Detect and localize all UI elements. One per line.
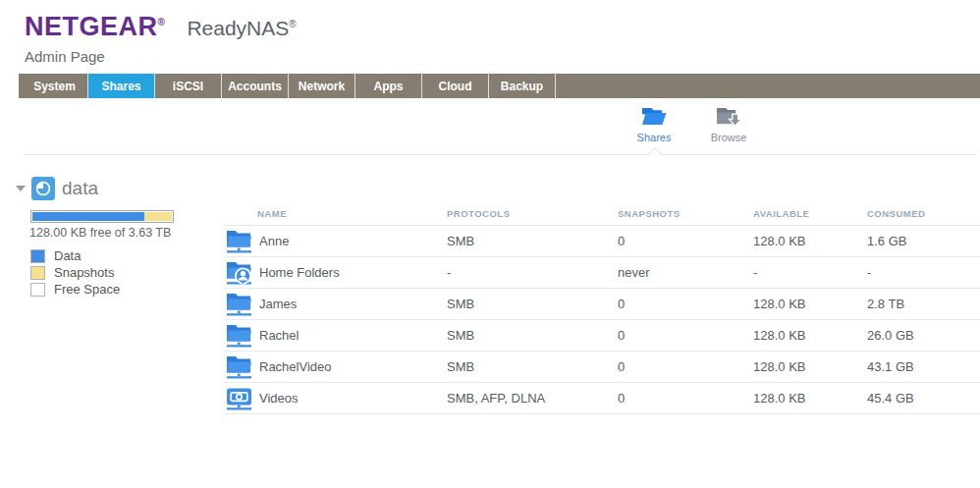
share-snapshots: never [618, 265, 753, 280]
table-row[interactable]: Rachel SMB 0 128.0 KB 26.0 GB [224, 320, 980, 352]
volume-pie-icon [31, 177, 55, 200]
share-snapshots: 0 [618, 328, 753, 343]
table-row[interactable]: Anne SMB 0 128.0 KB 1.6 GB [224, 226, 980, 257]
share-available: 128.0 KB [753, 359, 867, 374]
shares-folder-icon [641, 105, 668, 128]
share-snapshots: 0 [618, 391, 753, 406]
share-available: - [753, 265, 867, 280]
table-row[interactable]: Videos SMB, AFP, DLNA 0 128.0 KB 45.4 GB [224, 383, 980, 414]
view-label: Browse [711, 132, 747, 143]
bar-snapshots-segment [144, 212, 172, 221]
table-row[interactable]: Home Folders - never - - [224, 257, 980, 289]
share-name: RachelVideo [259, 359, 331, 374]
bar-data-segment [32, 212, 144, 221]
legend-label: Snapshots [54, 265, 114, 280]
legend-swatch [30, 283, 45, 297]
view-label: Shares [637, 132, 672, 143]
share-protocols: SMB [447, 328, 618, 343]
video-share-icon [226, 386, 252, 410]
tab-shares[interactable]: Shares [88, 74, 155, 98]
volume-usage-caption: 128.00 KB free of 3.63 TB [29, 226, 217, 240]
volume-usage-bar [30, 210, 174, 223]
share-consumed: 2.8 TB [867, 297, 980, 311]
table-header-row: NAME PROTOCOLS SNAPSHOTS AVAILABLE CONSU… [224, 201, 980, 226]
share-consumed: 1.6 GB [867, 234, 980, 248]
table-row[interactable]: RachelVideo SMB 0 128.0 KB 43.1 GB [224, 352, 980, 383]
readynas-admin-page: NETGEAR® ReadyNAS® Admin Page System Sha… [0, 0, 980, 488]
share-name: Rachel [259, 328, 299, 343]
volume-header[interactable]: data [16, 177, 217, 200]
tab-apps[interactable]: Apps [355, 74, 422, 98]
netgear-logo: NETGEAR® [25, 12, 165, 42]
shares-table: NAME PROTOCOLS SNAPSHOTS AVAILABLE CONSU… [224, 201, 980, 414]
share-folder-icon [226, 323, 252, 348]
column-header-consumed: CONSUMED [867, 208, 980, 219]
tab-backup[interactable]: Backup [489, 74, 556, 98]
registered-mark: ® [158, 17, 166, 27]
share-name: James [259, 297, 297, 311]
share-protocols: SMB [447, 297, 618, 311]
page-title: Admin Page [25, 48, 105, 65]
share-name: Anne [259, 234, 289, 248]
view-item-shares[interactable]: Shares [617, 105, 691, 143]
registered-mark: ® [289, 19, 296, 29]
column-header-protocols: PROTOCOLS [447, 208, 618, 219]
share-protocols: SMB [447, 359, 618, 374]
share-available: 128.0 KB [753, 328, 867, 343]
main-tab-bar: System Shares iSCSI Accounts Network App… [19, 74, 980, 98]
share-folder-icon [226, 354, 252, 379]
share-protocols: SMB, AFP, DLNA [447, 391, 618, 406]
view-item-browse[interactable]: Browse [691, 105, 766, 143]
share-name: Home Folders [259, 265, 340, 280]
volume-legend: Data Snapshots Free Space [30, 248, 217, 297]
tab-iscsi[interactable]: iSCSI [155, 74, 222, 98]
column-header-name: NAME [224, 208, 447, 219]
tab-network[interactable]: Network [289, 74, 355, 98]
brand-header: NETGEAR® ReadyNAS® [25, 12, 297, 42]
legend-item-snapshots: Snapshots [30, 265, 217, 280]
tab-system[interactable]: System [22, 74, 88, 98]
share-snapshots: 0 [618, 234, 753, 248]
volume-name: data [62, 178, 98, 199]
column-header-available: AVAILABLE [753, 208, 867, 219]
share-snapshots: 0 [618, 297, 753, 311]
share-consumed: 26.0 GB [867, 328, 980, 343]
section-divider [25, 154, 977, 155]
share-folder-icon [226, 292, 252, 316]
share-consumed: 45.4 GB [867, 391, 980, 406]
legend-item-free-space: Free Space [30, 282, 217, 297]
home-folder-icon [226, 260, 252, 285]
share-consumed: 43.1 GB [867, 359, 980, 374]
share-folder-icon [226, 229, 252, 253]
share-protocols: - [447, 265, 618, 280]
legend-label: Data [54, 248, 81, 263]
legend-label: Free Space [54, 282, 120, 297]
column-header-snapshots: SNAPSHOTS [618, 208, 753, 219]
legend-swatch [30, 249, 45, 263]
view-switcher: Shares Browse [617, 105, 766, 143]
share-snapshots: 0 [618, 359, 753, 374]
tab-cloud[interactable]: Cloud [422, 74, 489, 98]
share-name: Videos [259, 391, 299, 406]
share-consumed: - [867, 265, 980, 280]
product-name: ReadyNAS® [187, 17, 296, 40]
active-view-notch [648, 147, 662, 161]
legend-item-data: Data [30, 248, 217, 263]
share-protocols: SMB [447, 234, 618, 248]
volume-panel: data 128.00 KB free of 3.63 TB Data Snap… [16, 177, 217, 298]
legend-swatch [30, 266, 45, 280]
share-available: 128.0 KB [753, 297, 867, 311]
browse-folder-icon [716, 105, 742, 128]
share-available: 128.0 KB [753, 391, 867, 406]
tab-accounts[interactable]: Accounts [222, 74, 289, 98]
collapse-caret-icon[interactable] [16, 186, 26, 191]
share-available: 128.0 KB [753, 234, 867, 248]
table-row[interactable]: James SMB 0 128.0 KB 2.8 TB [224, 289, 980, 320]
